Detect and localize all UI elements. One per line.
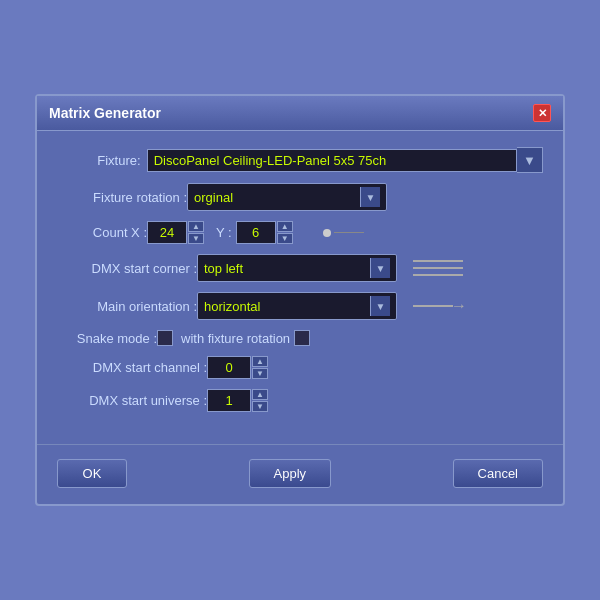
cancel-button[interactable]: Cancel xyxy=(453,459,543,488)
dmx-channel-label: DMX start channel : xyxy=(57,360,207,375)
count-y-down[interactable]: ▼ xyxy=(277,233,293,244)
arrow-right-icon: → xyxy=(451,297,467,315)
snake-label: Snake mode : xyxy=(57,331,157,346)
fixture-row: Fixture : DiscoPanel Ceiling-LED-Panel 5… xyxy=(57,147,543,173)
y-label: Y : xyxy=(216,225,232,240)
arrow-line xyxy=(413,305,453,307)
button-row: OK Apply Cancel xyxy=(37,444,563,504)
dmx-channel-row: DMX start channel : 0 ▲ ▼ xyxy=(57,356,543,379)
dmx-universe-row: DMX start universe : 1 ▲ ▼ xyxy=(57,389,543,412)
main-orient-dropdown-arrow[interactable]: ▼ xyxy=(370,296,390,316)
lines-diagram xyxy=(413,260,463,276)
dmx-channel-field: 0 ▲ ▼ xyxy=(207,356,268,379)
rotation-select[interactable]: orginal ▼ xyxy=(187,183,387,211)
count-x-input[interactable]: 24 xyxy=(147,221,187,244)
diag-dot-tl xyxy=(323,229,331,237)
dmx-corner-value: top left xyxy=(204,261,243,276)
dmx-universe-spinners: ▲ ▼ xyxy=(252,389,268,412)
rotation-row: Fixture rotation : orginal ▼ xyxy=(57,183,543,211)
fixture-label: Fixture xyxy=(57,153,137,168)
count-x-down[interactable]: ▼ xyxy=(188,233,204,244)
dmx-universe-up[interactable]: ▲ xyxy=(252,389,268,400)
title-bar: Matrix Generator ✕ xyxy=(37,96,563,131)
line3 xyxy=(413,274,463,276)
dmx-universe-field: 1 ▲ ▼ xyxy=(207,389,268,412)
main-orient-value: horizontal xyxy=(204,299,260,314)
count-label: Count X : xyxy=(57,225,147,240)
fixture-dropdown-button[interactable]: ▼ xyxy=(517,147,543,173)
dmx-corner-select[interactable]: top left ▼ xyxy=(197,254,397,282)
count-x-field: 24 ▲ ▼ xyxy=(147,221,204,244)
fixture-select-container: DiscoPanel Ceiling-LED-Panel 5x5 75ch ▼ xyxy=(147,147,543,173)
snake-mode-row: Snake mode : with fixture rotation xyxy=(57,330,543,346)
rotation-dropdown-arrow[interactable]: ▼ xyxy=(360,187,380,207)
snake-with-rotation-checkbox[interactable] xyxy=(294,330,310,346)
arrow-diagram: → xyxy=(413,297,467,315)
dmx-channel-up[interactable]: ▲ xyxy=(252,356,268,367)
rotation-value: orginal xyxy=(194,190,233,205)
dmx-channel-input[interactable]: 0 xyxy=(207,356,251,379)
count-row: Count X : 24 ▲ ▼ Y : 6 ▲ ▼ xyxy=(57,221,543,244)
count-y-field: 6 ▲ ▼ xyxy=(236,221,293,244)
ok-button[interactable]: OK xyxy=(57,459,127,488)
dialog-title: Matrix Generator xyxy=(49,105,161,121)
count-x-spinners: ▲ ▼ xyxy=(188,221,204,244)
count-y-input[interactable]: 6 xyxy=(236,221,276,244)
dmx-universe-down[interactable]: ▼ xyxy=(252,401,268,412)
rotation-label: Fixture rotation : xyxy=(57,190,187,205)
dmx-universe-label: DMX start universe : xyxy=(57,393,207,408)
count-y-up[interactable]: ▲ xyxy=(277,221,293,232)
matrix-generator-dialog: Matrix Generator ✕ Fixture : DiscoPanel … xyxy=(35,94,565,506)
dmx-universe-input[interactable]: 1 xyxy=(207,389,251,412)
dmx-corner-dropdown-arrow[interactable]: ▼ xyxy=(370,258,390,278)
dmx-corner-row: DMX start corner : top left ▼ xyxy=(57,254,543,282)
fixture-value: DiscoPanel Ceiling-LED-Panel 5x5 75ch xyxy=(147,149,517,172)
close-button[interactable]: ✕ xyxy=(533,104,551,122)
snake-checkbox[interactable] xyxy=(157,330,173,346)
count-x-up[interactable]: ▲ xyxy=(188,221,204,232)
main-orient-select[interactable]: horizontal ▼ xyxy=(197,292,397,320)
snake-with-rotation-label: with fixture rotation xyxy=(181,331,290,346)
main-orient-label: Main orientation : xyxy=(57,299,197,314)
line2 xyxy=(413,267,463,269)
diagram-area xyxy=(323,229,364,237)
dmx-channel-spinners: ▲ ▼ xyxy=(252,356,268,379)
dmx-channel-down[interactable]: ▼ xyxy=(252,368,268,379)
dialog-body: Fixture : DiscoPanel Ceiling-LED-Panel 5… xyxy=(37,131,563,438)
apply-button[interactable]: Apply xyxy=(249,459,332,488)
dmx-corner-label: DMX start corner : xyxy=(57,261,197,276)
count-y-spinners: ▲ ▼ xyxy=(277,221,293,244)
diag-line-h xyxy=(334,232,364,233)
line1 xyxy=(413,260,463,262)
main-orient-row: Main orientation : horizontal ▼ → xyxy=(57,292,543,320)
